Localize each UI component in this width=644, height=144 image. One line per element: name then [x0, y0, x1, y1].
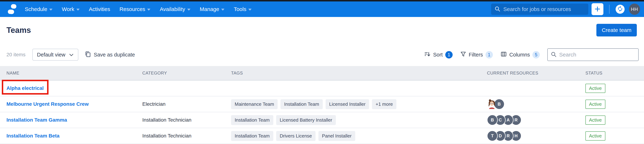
column-header-name[interactable]: NAME: [6, 70, 142, 76]
global-search-box[interactable]: [491, 4, 588, 15]
nav-item-activities[interactable]: Activities: [89, 6, 110, 12]
filters-label: Filters: [469, 52, 483, 58]
chevron-down-icon: [187, 9, 190, 11]
tag-chip: Installation Team: [231, 131, 273, 141]
nav-item-label: Tools: [234, 6, 246, 12]
user-avatar[interactable]: HH: [629, 4, 640, 15]
global-search-input[interactable]: [503, 6, 585, 13]
column-header-tags[interactable]: TAGS: [231, 70, 487, 76]
view-selector-label: Default view: [37, 52, 66, 58]
nav-item-label: Activities: [89, 6, 110, 12]
column-header-status[interactable]: STATUS: [586, 70, 644, 76]
cell-status: Active: [586, 84, 644, 93]
sort-count-badge: 1: [445, 51, 453, 58]
table-row: Installation Team GammaInstallation Tech…: [0, 112, 644, 128]
team-name-link[interactable]: Alpha electrical: [6, 85, 44, 91]
cell-category: Electrician: [142, 101, 231, 107]
avatar-image: [487, 99, 497, 109]
cell-name: Alpha electrical: [6, 85, 142, 91]
nav-item-schedule[interactable]: Schedule: [25, 6, 52, 12]
view-selector[interactable]: Default view: [32, 49, 78, 61]
cell-current-resources: BCAR: [487, 115, 586, 125]
sync-icon: [617, 6, 623, 13]
columns-button[interactable]: Columns 5: [500, 51, 540, 59]
nav-item-tools[interactable]: Tools: [234, 6, 252, 12]
search-icon: [494, 6, 500, 13]
nav-item-label: Manage: [200, 6, 219, 12]
table-header: NAMECATEGORYTAGSCURRENT RESOURCESSTATUS: [0, 66, 644, 81]
cell-name: Melbourne Urgent Response Crew: [6, 101, 142, 107]
sync-button[interactable]: [616, 5, 624, 14]
team-name-link[interactable]: Installation Team Gamma: [6, 117, 67, 123]
team-name-link[interactable]: Installation Team Beta: [6, 133, 60, 138]
create-new-button[interactable]: [592, 3, 604, 15]
sort-button[interactable]: Sort 1: [424, 51, 452, 59]
avatar-initials: T: [487, 130, 498, 141]
filter-icon: [460, 51, 466, 58]
list-search-input[interactable]: [559, 51, 636, 58]
column-header-category[interactable]: CATEGORY: [142, 70, 231, 76]
nav-item-label: Schedule: [25, 6, 47, 12]
chevron-down-icon: [248, 9, 252, 11]
nav-item-work[interactable]: Work: [62, 6, 80, 12]
cell-category: Installation Technician: [142, 117, 231, 123]
window-top-strip: [0, 0, 644, 2]
nav-item-manage[interactable]: Manage: [200, 6, 224, 12]
status-badge: Active: [586, 115, 605, 125]
tag-overflow-chip[interactable]: +1 more: [372, 99, 396, 109]
column-header-current-resources[interactable]: CURRENT RESOURCES: [487, 70, 586, 76]
category-text: Installation Technician: [142, 117, 191, 123]
cell-current-resources: TDRH: [487, 130, 586, 141]
team-name-link[interactable]: Melbourne Urgent Response Crew: [6, 101, 88, 107]
toolbar-right: Sort 1 Filters 1: [424, 48, 638, 61]
nav-item-label: Work: [62, 6, 74, 12]
cell-status: Active: [586, 100, 644, 109]
save-as-duplicate-label: Save as duplicate: [94, 52, 135, 58]
cell-name: Installation Team Beta: [6, 133, 142, 139]
avatar-initials: B: [487, 115, 498, 125]
filters-button[interactable]: Filters 1: [460, 51, 493, 58]
table-body: Alpha electricalActiveMelbourne Urgent R…: [0, 81, 644, 144]
nav-item-label: Availability: [160, 6, 185, 12]
page-header: Teams Create team: [0, 17, 644, 43]
cell-status: Active: [586, 131, 644, 140]
status-badge: Active: [586, 100, 605, 109]
category-text: Installation Technician: [142, 133, 191, 138]
tag-chip: Licensed Installer: [326, 99, 369, 109]
columns-label: Columns: [510, 52, 530, 58]
items-count: 20 items: [6, 52, 26, 57]
skedulo-logo-icon[interactable]: [6, 4, 18, 15]
category-text: Electrician: [142, 101, 166, 107]
chevron-down-icon: [76, 9, 80, 11]
sort-label: Sort: [433, 52, 442, 58]
nav-item-resources[interactable]: Resources: [120, 6, 150, 12]
columns-count-badge: 5: [532, 51, 540, 58]
list-toolbar: 20 items Default view Save as duplicate: [0, 43, 644, 66]
chevron-down-icon: [69, 52, 74, 58]
search-icon: [550, 51, 557, 58]
columns-icon: [500, 51, 507, 59]
table-row: Installation Team BetaInstallation Techn…: [0, 128, 644, 144]
tag-chip: Maintenance Team: [231, 99, 278, 109]
cell-tags: Maintenance TeamInstallation TeamLicense…: [231, 99, 487, 109]
list-search-box[interactable]: [547, 48, 638, 61]
status-badge: Active: [586, 84, 605, 93]
chevron-down-icon: [147, 9, 150, 11]
app-root: ScheduleWorkActivitiesResourcesAvailabil…: [0, 0, 644, 144]
chevron-down-icon: [49, 9, 52, 11]
sort-icon: [424, 51, 430, 59]
create-team-button[interactable]: Create team: [596, 24, 637, 36]
nav-item-label: Resources: [120, 6, 145, 12]
cell-tags: Installation TeamDrivers LicensePanel In…: [231, 131, 487, 141]
cell-tags: Installation TeamLicensed Battery Instal…: [231, 115, 487, 125]
nav-items: ScheduleWorkActivitiesResourcesAvailabil…: [25, 6, 252, 12]
duplicate-icon: [84, 51, 91, 59]
tag-chip: Licensed Battery Installer: [276, 115, 336, 125]
nav-item-availability[interactable]: Availability: [160, 6, 190, 12]
status-badge: Active: [586, 131, 605, 140]
cell-current-resources: B: [487, 99, 586, 110]
nav-divider: [609, 5, 610, 14]
nav-right-cluster: HH: [491, 3, 640, 15]
save-as-duplicate-button[interactable]: Save as duplicate: [84, 51, 135, 59]
plus-icon: [594, 6, 601, 13]
